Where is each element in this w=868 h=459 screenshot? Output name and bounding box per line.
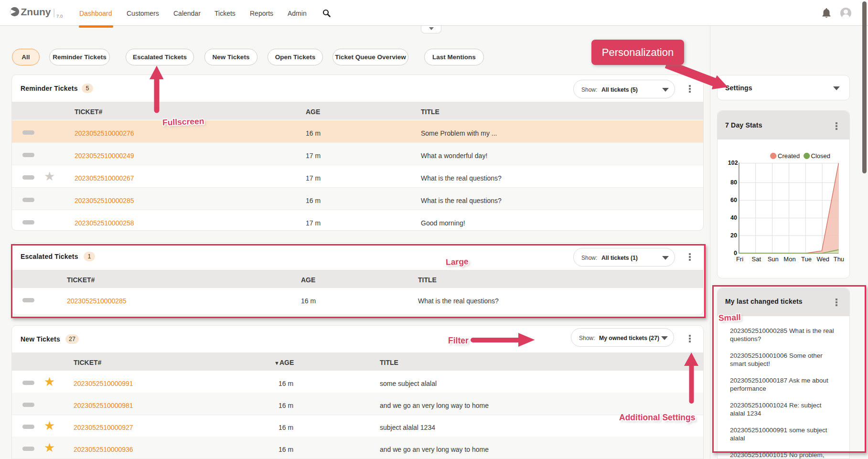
svg-text:Closed: Closed	[811, 152, 830, 160]
svg-text:Znuny: Znuny	[21, 6, 51, 17]
svg-text:Sun: Sun	[768, 256, 779, 263]
svg-text:Created: Created	[778, 152, 800, 160]
svg-text:Fri: Fri	[736, 256, 743, 263]
svg-text:Wed: Wed	[816, 256, 829, 263]
svg-text:Thu: Thu	[834, 256, 844, 263]
svg-text:60: 60	[730, 197, 737, 203]
svg-text:102: 102	[728, 160, 738, 166]
svg-text:7.0: 7.0	[56, 13, 63, 19]
svg-text:Sat: Sat	[752, 256, 761, 263]
svg-text:Mon: Mon	[783, 256, 795, 263]
svg-text:Tue: Tue	[801, 256, 812, 263]
svg-text:20: 20	[730, 232, 737, 239]
svg-text:40: 40	[730, 214, 737, 221]
svg-text:80: 80	[730, 179, 737, 186]
